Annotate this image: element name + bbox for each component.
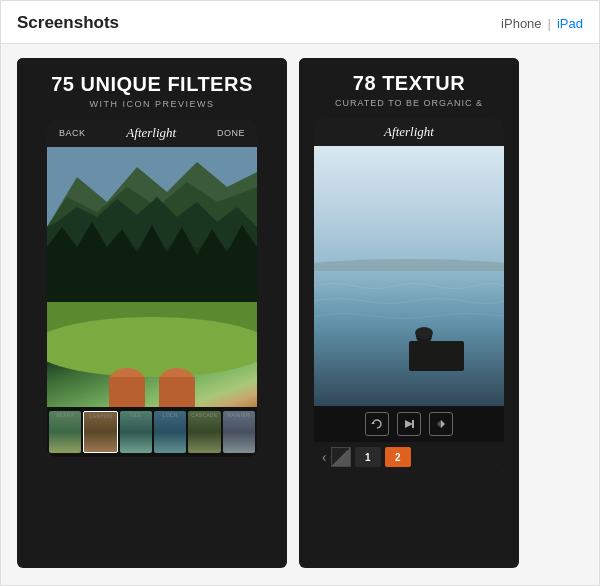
svg-rect-11	[159, 377, 195, 407]
page-container: Screenshots iPhone | iPad 75 UNIQUE FILT…	[0, 0, 600, 586]
filter-thumb-4[interactable]: LOCH	[154, 411, 186, 453]
svg-marker-22	[441, 420, 445, 428]
card2-banner: 78 TEXTUR CURATED TO BE ORGANIC &	[299, 58, 519, 118]
phone-topbar-2: Afterlight	[314, 118, 504, 146]
page-btn-2[interactable]: 2	[385, 447, 411, 467]
screenshot-card-1: 75 UNIQUE FILTERS WITH ICON PREVIEWS BAC…	[17, 58, 287, 568]
refresh-icon	[371, 418, 383, 430]
svg-marker-23	[437, 420, 441, 428]
filter-strip: AKARA CANYON ISLE LOCH CASCADE	[47, 407, 257, 457]
tab-iphone[interactable]: iPhone	[501, 16, 541, 31]
phone-back-button[interactable]: BACK	[59, 128, 86, 138]
landscape-svg	[47, 147, 257, 407]
play-icon	[403, 418, 415, 430]
filter-thumb-3[interactable]: ISLE	[120, 411, 152, 453]
refresh-button[interactable]	[365, 412, 389, 436]
filter-thumb-1[interactable]: AKARA	[49, 411, 81, 453]
filter-label-3: ISLE	[120, 411, 152, 419]
phone-logo-2: Afterlight	[384, 124, 434, 140]
phone-photo-1	[47, 147, 257, 407]
svg-marker-20	[405, 420, 413, 428]
svg-rect-10	[109, 377, 145, 407]
phone-photo-2	[314, 146, 504, 406]
tab-separator: |	[548, 16, 551, 31]
ocean-svg	[314, 146, 504, 406]
card2-subtitle: CURATED TO BE ORGANIC &	[309, 98, 509, 108]
expand-button[interactable]	[429, 412, 453, 436]
tab-ipad[interactable]: iPad	[557, 16, 583, 31]
svg-point-18	[415, 327, 433, 339]
card1-banner: 75 UNIQUE FILTERS WITH ICON PREVIEWS	[17, 58, 287, 119]
expand-icon	[435, 418, 447, 430]
svg-rect-21	[412, 420, 414, 428]
screenshot-card-2: 78 TEXTUR CURATED TO BE ORGANIC & Afterl…	[299, 58, 519, 568]
diagonal-marker	[331, 447, 351, 467]
phone-mockup-1: BACK Afterlight DONE	[47, 119, 257, 457]
filter-label-6: RAINIER	[223, 411, 255, 419]
svg-rect-15	[409, 341, 464, 371]
page-btn-1[interactable]: 1	[355, 447, 381, 467]
svg-point-7	[47, 317, 257, 377]
filter-thumb-2[interactable]: CANYON	[83, 411, 117, 453]
card1-subtitle: WITH ICON PREVIEWS	[27, 99, 277, 109]
controls-strip	[314, 406, 504, 442]
pagination-strip: ‹ 1 2	[314, 442, 504, 472]
filter-label-5: CASCADE	[188, 411, 220, 419]
phone-logo-1: Afterlight	[126, 125, 176, 141]
phone-mockup-2: Afterlight	[314, 118, 504, 472]
svg-marker-19	[371, 422, 375, 424]
card2-title: 78 TEXTUR	[309, 72, 509, 95]
svg-rect-17	[418, 342, 432, 367]
device-tabs: iPhone | iPad	[501, 16, 583, 31]
filter-label-1: AKARA	[49, 411, 81, 419]
filter-thumb-6[interactable]: RAINIER	[223, 411, 255, 453]
phone-topbar-1: BACK Afterlight DONE	[47, 119, 257, 147]
svg-rect-12	[314, 146, 504, 276]
filter-label-2: CANYON	[84, 412, 116, 420]
page-title: Screenshots	[17, 13, 119, 33]
filter-label-4: LOCH	[154, 411, 186, 419]
filter-thumb-5[interactable]: CASCADE	[188, 411, 220, 453]
svg-rect-14	[314, 271, 504, 406]
card1-title: 75 UNIQUE FILTERS	[27, 72, 277, 96]
play-button[interactable]	[397, 412, 421, 436]
screenshots-area: 75 UNIQUE FILTERS WITH ICON PREVIEWS BAC…	[1, 44, 599, 585]
phone-done-button[interactable]: DONE	[217, 128, 245, 138]
header: Screenshots iPhone | iPad	[1, 1, 599, 44]
prev-arrow[interactable]: ‹	[322, 449, 327, 465]
